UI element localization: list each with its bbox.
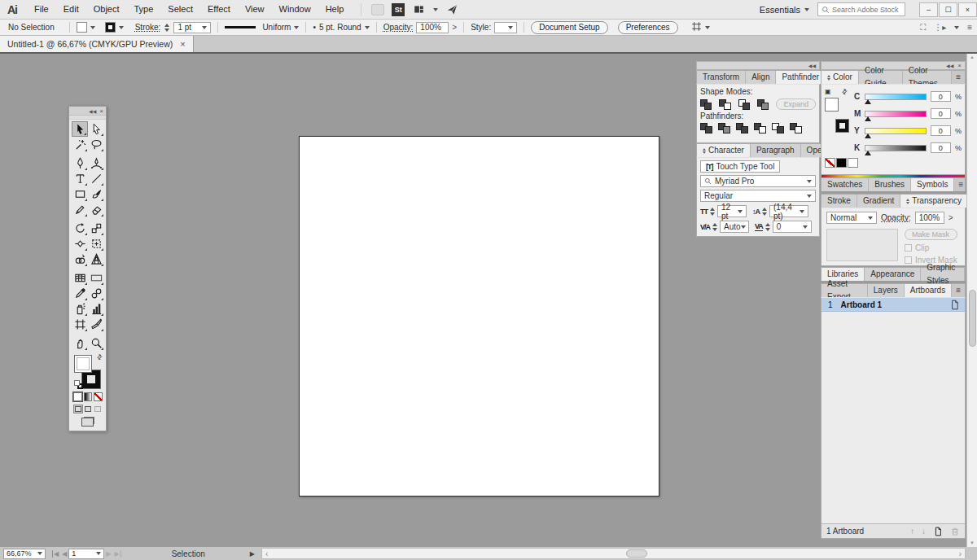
tab-paragraph[interactable]: Paragraph xyxy=(751,144,801,157)
menu-effect[interactable]: Effect xyxy=(200,0,238,19)
status-flyout-icon[interactable]: ▶ xyxy=(250,550,255,558)
font-size-stepper[interactable] xyxy=(710,208,715,216)
toolbox-header[interactable]: ◀◀ × xyxy=(69,107,106,116)
previous-artboard-icon[interactable]: ◀ xyxy=(62,550,67,558)
tool-direct-selection[interactable] xyxy=(88,121,104,137)
menu-window[interactable]: Window xyxy=(272,0,318,19)
tool-shape-builder[interactable] xyxy=(72,252,88,267)
magenta-value[interactable]: 0 xyxy=(931,108,951,119)
tab-character[interactable]: Character xyxy=(697,144,751,157)
vertical-scroll-thumb[interactable] xyxy=(969,290,976,347)
tab-color[interactable]: Color xyxy=(821,71,859,84)
stroke-weight-field[interactable]: 1 pt xyxy=(173,22,211,33)
panel-options-icon[interactable]: ⋮▸ xyxy=(934,23,946,32)
tool-line-segment[interactable] xyxy=(88,171,104,186)
opacity-flyout[interactable]: > xyxy=(452,23,457,32)
tab-graphic-styles[interactable]: Graphic Styles xyxy=(921,268,965,281)
artboard-page-icon[interactable] xyxy=(949,300,960,310)
tab-brushes[interactable]: Brushes xyxy=(869,178,911,191)
maximize-button[interactable]: ☐ xyxy=(939,2,957,17)
fill-proxy-swatch[interactable] xyxy=(825,98,839,112)
fill-swatch[interactable] xyxy=(77,22,87,33)
artboard-name[interactable]: Artboard 1 xyxy=(841,300,883,309)
tool-column-graph[interactable] xyxy=(88,301,104,317)
menu-help[interactable]: Help xyxy=(318,0,352,19)
align-options-icon[interactable] xyxy=(691,21,702,33)
tool-curvature[interactable] xyxy=(88,155,104,171)
tool-zoom[interactable] xyxy=(88,335,104,351)
tab-color-guide[interactable]: Color Guide xyxy=(859,71,903,84)
swap-fill-stroke-icon[interactable]: ⇄ xyxy=(95,352,104,361)
tool-type[interactable] xyxy=(72,171,88,186)
font-family-select[interactable]: Myriad Pro xyxy=(700,175,816,187)
menu-view[interactable]: View xyxy=(238,0,272,19)
close-button[interactable]: × xyxy=(958,2,977,17)
tool-symbol-sprayer[interactable] xyxy=(72,301,88,317)
outline-icon[interactable] xyxy=(772,123,784,133)
menu-file[interactable]: File xyxy=(27,0,56,19)
collapse-toolbox-icon[interactable]: ◀◀ xyxy=(89,108,96,114)
panel-menu-icon[interactable]: ≡ xyxy=(954,178,967,191)
stroke-proxy-swatch[interactable] xyxy=(836,120,848,132)
magenta-slider[interactable] xyxy=(865,111,927,117)
draw-normal-button[interactable] xyxy=(73,405,83,413)
share-icon[interactable] xyxy=(445,3,459,15)
panel-menu-icon[interactable]: ≡ xyxy=(952,284,965,297)
menu-type[interactable]: Type xyxy=(127,0,161,19)
none-swatch[interactable] xyxy=(825,158,835,168)
collapse-dock-icon[interactable]: ◀◀ xyxy=(808,63,816,68)
minimize-button[interactable]: – xyxy=(919,2,938,17)
tool-pencil[interactable] xyxy=(72,202,88,217)
draw-behind-button[interactable] xyxy=(84,405,93,413)
horizontal-scrollbar[interactable]: ‹ › xyxy=(261,548,966,559)
leading-stepper[interactable] xyxy=(762,208,767,216)
exclude-icon[interactable] xyxy=(757,99,769,110)
workspace-switcher[interactable]: Essentials xyxy=(760,5,809,15)
touch-type-tool-button[interactable]: [T] Touch Type Tool xyxy=(700,160,780,173)
opacity-flyout-icon[interactable]: > xyxy=(949,213,953,222)
tab-gradient[interactable]: Gradient xyxy=(857,195,900,208)
tab-layers[interactable]: Layers xyxy=(868,284,905,297)
font-style-select[interactable]: Regular xyxy=(700,190,816,202)
stroke-weight-stepper[interactable] xyxy=(164,24,169,32)
style-field[interactable] xyxy=(494,22,517,33)
blend-mode-select[interactable]: Normal xyxy=(826,212,877,224)
tab-symbols[interactable]: Symbols xyxy=(911,178,954,191)
tool-rotate[interactable] xyxy=(72,221,88,236)
merge-icon[interactable] xyxy=(736,123,748,133)
tool-mesh[interactable] xyxy=(72,270,88,286)
crop-icon[interactable] xyxy=(754,123,766,133)
scroll-up-icon[interactable]: ▲ xyxy=(970,54,975,61)
change-screen-mode-button[interactable] xyxy=(81,418,94,427)
width-profile-label[interactable]: Uniform xyxy=(262,23,291,32)
opacity-label[interactable]: Opacity: xyxy=(383,23,414,32)
tab-swatches[interactable]: Swatches xyxy=(821,178,869,191)
close-dock-icon[interactable]: × xyxy=(957,62,962,69)
tool-blend[interactable] xyxy=(88,286,104,301)
stock-search[interactable] xyxy=(817,2,905,16)
scroll-left-icon[interactable]: ‹ xyxy=(265,549,268,558)
tab-color-themes[interactable]: Color Themes xyxy=(903,71,952,84)
kerning-stepper[interactable] xyxy=(712,223,717,231)
menu-select[interactable]: Select xyxy=(160,0,200,19)
close-toolbox-icon[interactable]: × xyxy=(99,107,103,115)
document-setup-button[interactable]: Document Setup xyxy=(531,21,608,34)
tool-rectangle[interactable] xyxy=(72,186,88,202)
cycle-widget-icon[interactable] xyxy=(703,148,706,154)
align-options-chevron[interactable] xyxy=(705,26,710,29)
tool-eyedropper[interactable] xyxy=(72,286,88,301)
font-size-select[interactable]: 12 pt xyxy=(717,205,747,217)
stroke-swatch[interactable] xyxy=(105,22,116,33)
tool-eraser[interactable] xyxy=(88,202,104,217)
list-view-icon[interactable]: ≡ xyxy=(967,23,972,32)
fill-chevron[interactable] xyxy=(90,26,95,29)
tool-free-transform[interactable] xyxy=(88,236,104,252)
tool-paintbrush[interactable] xyxy=(88,186,104,202)
vertical-scrollbar[interactable]: ▲ ▼ xyxy=(966,54,977,547)
minus-back-icon[interactable] xyxy=(790,123,802,133)
kerning-select[interactable]: Auto xyxy=(720,221,749,233)
paint-color-button[interactable] xyxy=(73,392,82,401)
width-profile-chevron[interactable] xyxy=(294,26,299,29)
close-document-icon[interactable]: × xyxy=(180,39,185,49)
tab-transform[interactable]: Transform xyxy=(697,71,746,84)
